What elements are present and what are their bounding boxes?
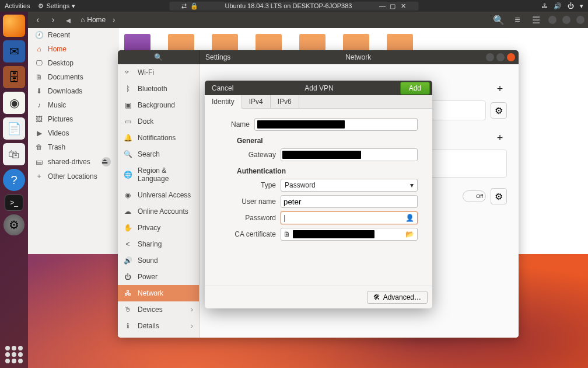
sidebar-item-label: Region & Language <box>138 166 193 183</box>
username-input[interactable] <box>281 195 418 208</box>
launcher-rhythmbox[interactable]: ◉ <box>3 92 25 114</box>
settings-sidebar-item[interactable]: ◉Universal Access <box>118 187 199 203</box>
activities-button[interactable]: Activities <box>5 2 30 9</box>
close-button[interactable] <box>507 53 515 61</box>
cancel-button[interactable]: Cancel <box>205 84 240 92</box>
proxy-settings-button[interactable]: ⚙ <box>491 188 507 204</box>
maximize-button[interactable] <box>562 16 570 24</box>
settings-sidebar-item[interactable]: ▣Background <box>118 97 199 113</box>
back-button[interactable]: ‹ <box>32 13 44 26</box>
sidebar-item-icon: 🗎 <box>35 73 43 81</box>
settings-sidebar-item[interactable]: 🖰Devices› <box>118 301 199 318</box>
vpn-tab[interactable]: IPv4 <box>242 95 271 108</box>
add-vpn-dialog: Cancel Add VPN Add IdentityIPv4IPv6 Name… <box>205 81 432 308</box>
app-menu[interactable]: ⚙ Settings ▾ <box>38 2 75 10</box>
advanced-button[interactable]: 🛠 Advanced… <box>367 291 428 304</box>
settings-sidebar-item[interactable]: ℹDetails› <box>118 318 199 334</box>
minimize-button[interactable] <box>486 53 494 61</box>
sidebar-item-label: Dock <box>138 117 153 126</box>
power-indicator-icon[interactable]: ⏻ <box>568 2 574 9</box>
files-sidebar-item[interactable]: ▶Videos <box>28 126 118 140</box>
files-sidebar-item[interactable]: ♪Music <box>28 98 118 112</box>
breadcrumb-home[interactable]: ⌂ Home › <box>77 16 118 24</box>
settings-sidebar-item[interactable]: 🔍Search <box>118 146 199 162</box>
launcher-help[interactable]: ? <box>3 169 25 191</box>
files-sidebar-item[interactable]: ⌂Home <box>28 42 118 56</box>
sidebar-item-icon: 🖴 <box>35 158 43 166</box>
lock-icon[interactable]: 🔒 <box>190 2 198 10</box>
files-sidebar-item[interactable]: 🖴shared-drives⏏ <box>28 154 118 169</box>
vpn-dialog-header: Cancel Add VPN Add <box>205 81 432 95</box>
view-list-button[interactable]: ≡ <box>511 13 524 26</box>
launcher-firefox[interactable] <box>3 15 25 37</box>
minimize-button[interactable]: — <box>379 2 386 9</box>
settings-sidebar-item[interactable]: ᯤWi-Fi <box>118 64 199 81</box>
view-options-button[interactable]: ☰ <box>530 13 542 26</box>
eject-icon[interactable]: ⏏ <box>102 157 111 166</box>
settings-sidebar-item[interactable]: ⏻Power <box>118 269 199 285</box>
launcher-terminal[interactable]: >_ <box>5 195 23 211</box>
settings-sidebar-item[interactable]: 🌐Region & Language <box>118 162 199 187</box>
password-input[interactable]: | 👤 <box>281 211 418 224</box>
launcher-settings[interactable]: ⚙ <box>4 214 24 235</box>
chevron-right-icon: › <box>191 305 193 314</box>
settings-search-button[interactable]: 🔍 <box>118 50 200 64</box>
files-sidebar: 🕘Recent⌂Home🖵Desktop🗎Documents⬇Downloads… <box>28 28 118 254</box>
settings-sidebar-item[interactable]: 🔊Sound <box>118 252 199 269</box>
connection-settings-button[interactable]: ⚙ <box>491 102 507 119</box>
type-value: Password <box>285 181 316 189</box>
type-select[interactable]: Password ▾ <box>281 179 418 192</box>
app-menu-label: Settings <box>46 2 69 9</box>
sidebar-item-label: Documents <box>48 73 83 81</box>
search-button[interactable]: 🔍 <box>492 13 505 26</box>
settings-sidebar-item[interactable]: ✋Privacy <box>118 220 199 236</box>
sidebar-item-label: Universal Access <box>138 191 191 199</box>
forward-button[interactable]: › <box>47 13 60 26</box>
sidebar-item-label: Wi-Fi <box>138 68 154 77</box>
maximize-button[interactable] <box>496 53 505 61</box>
settings-sidebar-item[interactable]: ☁Online Accounts <box>118 203 199 220</box>
close-button[interactable]: ✕ <box>400 2 407 9</box>
vpn-tab[interactable]: Identity <box>205 95 242 109</box>
files-sidebar-item[interactable]: 🗑Trash <box>28 140 118 154</box>
files-sidebar-item[interactable]: +Other Locations <box>28 169 118 183</box>
volume-indicator-icon[interactable]: 🔊 <box>554 2 562 10</box>
settings-sidebar-item[interactable]: ᛒBluetooth <box>118 81 199 97</box>
launcher-writer[interactable]: 📄 <box>3 117 25 140</box>
maximize-button[interactable]: ▢ <box>389 2 396 9</box>
show-applications-button[interactable] <box>5 346 23 363</box>
add-connection-button[interactable]: + <box>493 82 507 96</box>
open-file-icon[interactable]: 📂 <box>404 230 415 238</box>
network-indicator-icon[interactable]: 🖧 <box>541 2 548 9</box>
files-sidebar-item[interactable]: 🖵Desktop <box>28 56 118 70</box>
settings-sidebar-item[interactable]: <Sharing <box>118 236 199 252</box>
gear-icon: ⚙ <box>38 2 44 10</box>
close-button[interactable] <box>576 16 584 24</box>
password-store-icon[interactable]: 👤 <box>404 214 415 222</box>
toggle-off-label: Off <box>476 193 483 199</box>
minimize-button[interactable] <box>548 16 556 24</box>
breadcrumb-label: Home <box>87 16 106 24</box>
chevron-down-icon[interactable]: ▾ <box>580 2 583 10</box>
name-input[interactable] <box>254 118 418 131</box>
launcher-software[interactable]: 🛍 <box>3 143 25 165</box>
cacert-file-chooser[interactable]: 🗎 📂 <box>281 228 418 241</box>
add-vpn-button[interactable]: + <box>493 131 507 145</box>
settings-sidebar-item[interactable]: 🔔Notifications <box>118 130 199 146</box>
files-sidebar-item[interactable]: 🖼Pictures <box>28 112 118 126</box>
settings-sidebar-item[interactable]: 🖧Network <box>118 285 199 301</box>
add-button[interactable]: Add <box>400 82 430 95</box>
sidebar-item-label: Music <box>48 101 66 109</box>
files-sidebar-item[interactable]: 🗎Documents <box>28 70 118 84</box>
settings-sidebar-item[interactable]: ▭Dock <box>118 113 199 130</box>
files-sidebar-item[interactable]: ⬇Downloads <box>28 84 118 98</box>
vpn-tab[interactable]: IPv6 <box>271 95 299 108</box>
path-toggle-button[interactable]: ◂ <box>62 13 75 26</box>
files-sidebar-item[interactable]: 🕘Recent <box>28 28 118 42</box>
pin-icon[interactable]: ⇄ <box>181 2 187 10</box>
sidebar-item-icon: ⌂ <box>35 45 43 53</box>
launcher-thunderbird[interactable]: ✉ <box>3 40 25 63</box>
network-proxy-toggle[interactable]: Off <box>463 190 486 202</box>
gateway-input[interactable] <box>281 148 418 161</box>
launcher-files[interactable]: 🗄 <box>3 66 25 88</box>
